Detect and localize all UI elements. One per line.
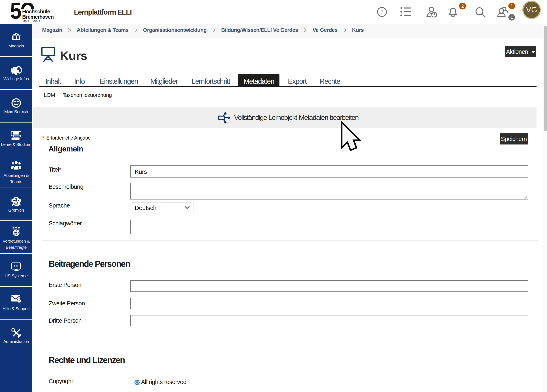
svg-text:?: ?: [18, 299, 20, 303]
svg-text:?: ?: [381, 9, 383, 15]
